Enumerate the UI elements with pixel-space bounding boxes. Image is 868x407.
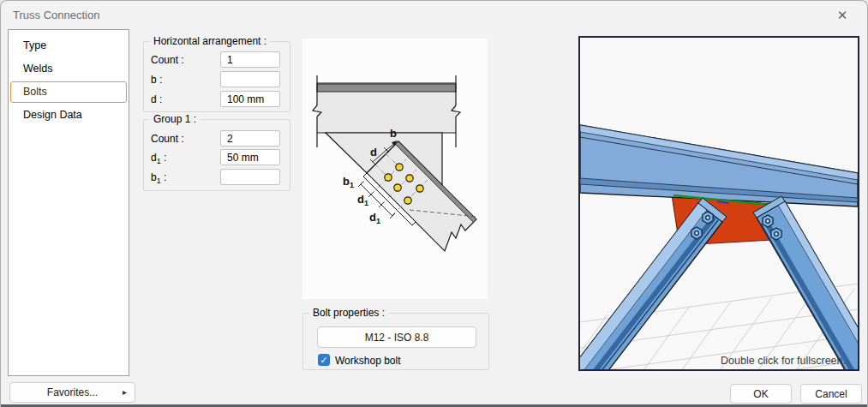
d1-input[interactable] [220,149,280,165]
group1-group: Group 1 : Count : d1 : b1 : [143,119,290,191]
d1-label: d1 : [151,152,166,165]
sidebar: Type Welds Bolts Design Data [8,29,129,376]
group-title: Group 1 : [150,113,200,125]
close-icon[interactable]: ✕ [829,5,855,26]
favorites-button[interactable]: Favorites... ▸ [9,382,135,403]
3d-preview-svg: Double click for fullscreen. [580,38,858,369]
d-input[interactable] [220,91,280,107]
d-label: d : [151,93,162,107]
dim-label-d1: d1 [369,211,380,225]
favorites-arrow-icon: ▸ [123,387,127,397]
dim-label-b: b [390,127,397,140]
dim-label-b1: b1 [343,175,354,189]
dim-label-d: d [370,146,377,159]
bolt-grade-button[interactable]: M12 - ISO 8.8 [317,326,476,348]
horizontal-arrangement-group: Horizontal arrangement : Count : b : d : [143,41,290,112]
sketch-svg: d b b1 d1 d1 [302,39,488,299]
fullscreen-hint: Double click for fullscreen. [721,355,846,367]
count-label: Count : [151,54,184,68]
3d-preview[interactable]: Double click for fullscreen. [578,36,859,371]
count-input[interactable] [220,51,280,68]
b-input[interactable] [220,71,280,87]
truss-connection-dialog: Truss Connection ✕ Type Welds Bolts Desi… [0,0,868,407]
group1-count-input[interactable] [220,130,280,147]
group1-count-label: Count : [151,133,184,147]
bolt-properties-group: Bolt properties : M12 - ISO 8.8 ✓ Worksh… [302,313,489,370]
sidebar-item-welds[interactable]: Welds [9,57,129,81]
ok-button[interactable]: OK [730,384,792,404]
sidebar-item-type[interactable]: Type [9,34,129,57]
cancel-button[interactable]: Cancel [800,384,862,404]
titlebar: Truss Connection ✕ [1,1,867,29]
b1-input[interactable] [220,169,280,185]
window-title: Truss Connection [13,9,99,21]
sidebar-item-design-data[interactable]: Design Data [9,104,129,127]
sidebar-item-bolts[interactable]: Bolts [10,81,127,103]
connection-sketch: d b b1 d1 d1 [302,39,488,299]
b1-label: b1 : [151,171,166,185]
group-title: Horizontal arrangement : [150,35,270,47]
group-title: Bolt properties : [309,307,388,319]
dim-label-d1: d1 [357,193,368,207]
workshop-bolt-label: Workshop bolt [335,355,400,367]
favorites-label: Favorites... [47,386,98,398]
workshop-bolt-checkbox[interactable]: ✓ [318,354,330,366]
b-label: b : [151,74,162,87]
